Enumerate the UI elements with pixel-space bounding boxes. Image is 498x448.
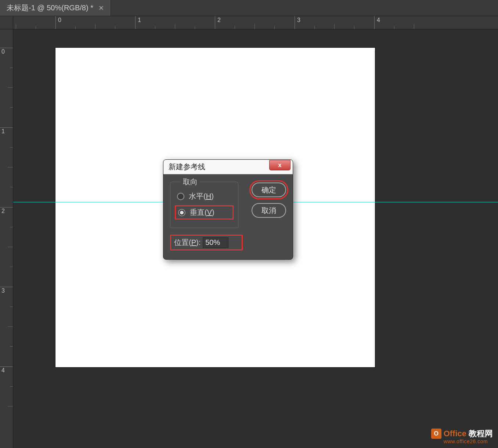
close-icon: x <box>278 162 282 169</box>
orientation-fieldset: 取向 水平(H) 垂直(V) <box>170 182 238 228</box>
watermark: O Office 教程网 www.office26.com <box>431 429 493 444</box>
position-row: 位置(P): <box>170 235 243 250</box>
document-tab-title: 未标题-1 @ 50%(RGB/8) * <box>7 3 93 13</box>
ruler-tick <box>135 16 136 29</box>
ruler-label: 1 <box>1 128 5 135</box>
ruler-label: 2 <box>216 17 221 24</box>
ruler-label: 4 <box>1 367 5 374</box>
watermark-url: www.office26.com <box>444 439 493 444</box>
ruler-label: 2 <box>1 208 5 214</box>
brand-icon: O <box>431 429 441 439</box>
watermark-brand-a: Office <box>444 429 466 438</box>
radio-label: 垂直(V) <box>190 207 214 217</box>
close-icon[interactable]: ✕ <box>98 4 104 12</box>
document-tab[interactable]: 未标题-1 @ 50%(RGB/8) * ✕ <box>0 0 111 16</box>
ruler-tick <box>55 16 56 29</box>
ruler-tick <box>0 366 13 367</box>
ruler-tick <box>0 48 13 48</box>
position-input[interactable] <box>203 237 228 248</box>
dialog-title: 新建参考线 <box>169 162 205 172</box>
workspace: 0 1 2 3 4 0 1 2 3 4 <box>0 16 498 448</box>
ruler-label: 0 <box>1 48 5 55</box>
radio-icon <box>178 209 185 216</box>
ruler-tick <box>374 16 375 29</box>
ruler-tick <box>295 16 295 29</box>
watermark-brand-b: 教程网 <box>469 429 493 438</box>
canvas-area[interactable]: 新建参考线 x 取向 水平(H) 垂直(V) <box>13 29 498 448</box>
ruler-label: 0 <box>57 17 61 24</box>
dialog-close-button[interactable]: x <box>269 160 290 170</box>
ruler-tick <box>0 207 13 207</box>
ruler-tick <box>0 127 13 128</box>
position-label: 位置(P): <box>174 238 201 248</box>
ruler-label: 4 <box>375 17 380 24</box>
dialog-titlebar[interactable]: 新建参考线 x <box>163 160 293 174</box>
ruler-label: 3 <box>296 17 300 24</box>
dialog-body: 取向 水平(H) 垂直(V) 位置(P): 确定 <box>163 174 293 259</box>
radio-icon <box>177 193 184 200</box>
dialog-buttons: 确定 取消 <box>252 183 286 218</box>
new-guide-dialog: 新建参考线 x 取向 水平(H) 垂直(V) <box>163 159 293 260</box>
orientation-legend: 取向 <box>181 177 200 187</box>
ruler-tick <box>0 287 13 287</box>
radio-label: 水平(H) <box>189 191 214 201</box>
horizontal-ruler[interactable]: 0 1 2 3 4 <box>13 16 498 29</box>
vertical-ruler[interactable]: 0 1 2 3 4 <box>0 29 13 448</box>
cancel-button[interactable]: 取消 <box>252 203 286 218</box>
orientation-horizontal-radio[interactable]: 水平(H) <box>175 190 234 202</box>
ok-button[interactable]: 确定 <box>252 183 286 197</box>
ruler-label: 3 <box>1 288 5 294</box>
orientation-vertical-radio[interactable]: 垂直(V) <box>175 205 234 220</box>
ruler-label: 1 <box>136 17 141 24</box>
ruler-corner[interactable] <box>0 16 13 29</box>
tab-bar: 未标题-1 @ 50%(RGB/8) * ✕ <box>0 0 498 16</box>
ruler-tick <box>215 16 215 29</box>
